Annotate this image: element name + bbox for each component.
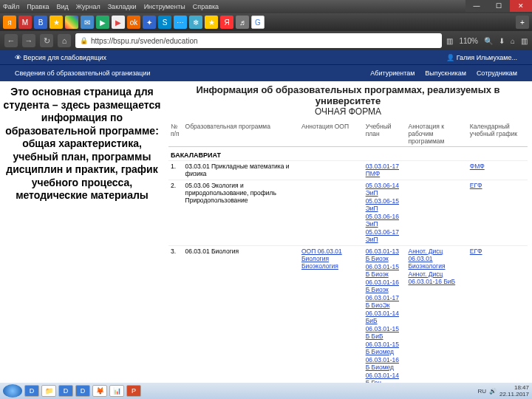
link[interactable]: 05.03.06-16 ЭиП xyxy=(366,213,404,228)
library-icon[interactable]: ▥ xyxy=(521,37,528,45)
menu-file[interactable]: Файл xyxy=(3,3,19,10)
download-icon[interactable]: ⬇ xyxy=(499,37,505,45)
bookmarks-toolbar: я M В ★ ✉ ▶ ▶ ok ✦ S ⋯ ❄ ★ Я ♬ G + xyxy=(0,13,532,31)
reader-icon[interactable]: ▥ xyxy=(446,37,453,45)
tray-lang[interactable]: RU xyxy=(477,388,486,395)
task-item[interactable]: D xyxy=(24,385,39,397)
page-content: Это основная страница для студента – зде… xyxy=(0,81,532,399)
link[interactable]: 06.03.01-16 Б Биомед xyxy=(366,356,404,371)
nav-staff[interactable]: Сотрудникам xyxy=(477,69,517,77)
table-row: 3.06.03.01 БиологияООП 06.03.01 Биология… xyxy=(168,246,528,389)
link[interactable]: ФМФ xyxy=(470,163,525,170)
home-icon[interactable]: ⌂ xyxy=(511,37,515,45)
link[interactable]: 05.03.06-14 ЭиП xyxy=(366,182,404,197)
link[interactable]: 06.03.01-16 Б Биоэк xyxy=(366,279,404,293)
col-header: Учебный план xyxy=(364,121,406,147)
bookmark-icon[interactable]: В xyxy=(34,16,47,29)
bookmark-icon[interactable]: ✦ xyxy=(143,16,156,29)
link[interactable]: 06.03.01-15 Б Биомед xyxy=(366,341,404,355)
nav-applicants[interactable]: Абитуриентам xyxy=(370,69,415,77)
bookmark-icon[interactable]: ❄ xyxy=(189,16,202,29)
link[interactable]: Аннот. Дисц 06.03.01-16 БиБ xyxy=(409,270,466,285)
start-button[interactable] xyxy=(3,384,22,398)
page-title: Информация об образовательных программах… xyxy=(168,84,528,106)
bookmark-icon[interactable]: S xyxy=(158,16,171,29)
bookmark-icon[interactable]: M xyxy=(18,16,32,29)
bookmark-icon[interactable]: ▶ xyxy=(96,16,109,29)
bookmark-icon[interactable]: ok xyxy=(127,16,140,29)
bookmark-icon[interactable]: ★ xyxy=(205,16,218,29)
url-input[interactable]: 🔒 https://bspu.ru/sveden/education xyxy=(75,33,442,48)
home-button[interactable]: ⌂ xyxy=(58,34,71,47)
link[interactable]: ЕГФ xyxy=(470,248,525,255)
windows-taskbar: D 📁 D D 🦊 📊 P RU 🔊 18:47 22.11.2017 xyxy=(0,383,532,399)
menu-edit[interactable]: Правка xyxy=(27,3,49,10)
back-button[interactable]: ← xyxy=(4,34,18,47)
avatar-icon: 👤 xyxy=(446,54,454,61)
search-icon[interactable]: 🔍 xyxy=(484,37,493,45)
group-row: БАКАЛАВРИАТ xyxy=(168,147,528,161)
bookmark-icon[interactable]: ✉ xyxy=(81,16,94,29)
zoom-level[interactable]: 110% xyxy=(459,37,478,45)
eye-icon: 👁 xyxy=(15,54,21,61)
browser-menubar: Файл Правка Вид Журнал Закладки Инструме… xyxy=(0,0,532,13)
tray-time[interactable]: 18:47 xyxy=(499,384,529,391)
nav-about[interactable]: Сведения об образовательной организации xyxy=(15,69,150,77)
bookmark-icon[interactable]: G xyxy=(251,16,265,29)
task-item[interactable]: D xyxy=(58,385,73,397)
link[interactable]: 06.03.01-14 БиБ xyxy=(366,310,404,324)
bookmark-icon[interactable]: ⋯ xyxy=(174,16,187,29)
link[interactable]: 03.03.01-17 ПМФ xyxy=(366,163,404,177)
bookmark-icon[interactable] xyxy=(65,16,78,29)
site-topbar: 👁 Версия для слабовидящих 👤 Галия Ильмух… xyxy=(0,50,532,65)
col-header: Календарный учебный график xyxy=(468,121,528,147)
task-item[interactable]: P xyxy=(126,385,141,397)
menu-tools[interactable]: Инструменты xyxy=(144,3,185,10)
forward-button[interactable]: → xyxy=(22,34,35,47)
tray-date[interactable]: 22.11.2017 xyxy=(499,391,529,398)
link[interactable]: 06.03.01-15 Б БиБ xyxy=(366,325,404,340)
link[interactable]: 05.03.06-15 ЭиП xyxy=(366,197,404,212)
link[interactable]: ЕГФ xyxy=(470,182,525,189)
bookmark-icon[interactable]: ★ xyxy=(50,16,63,29)
annotation-callout: Это основная страница для студента – зде… xyxy=(0,81,164,399)
task-item[interactable]: D xyxy=(75,385,90,397)
col-header: Аннотация к рабочим программам xyxy=(406,121,468,147)
page-subtitle: ОЧНАЯ ФОРМА xyxy=(168,106,528,117)
menu-view[interactable]: Вид xyxy=(57,3,69,10)
new-tab-button[interactable]: + xyxy=(516,16,529,29)
tray-volume-icon[interactable]: 🔊 xyxy=(489,388,497,395)
bookmark-icon[interactable]: ▶ xyxy=(112,16,125,29)
address-bar: ← → ↻ ⌂ 🔒 https://bspu.ru/sveden/educati… xyxy=(0,31,532,50)
task-item[interactable]: 🦊 xyxy=(92,385,107,397)
programs-table: № п/пОбразовательная программаАннотация … xyxy=(168,121,528,389)
minimize-button[interactable]: — xyxy=(466,0,488,12)
window-controls: — ☐ ✕ xyxy=(466,0,532,12)
col-header: Аннотация ООП xyxy=(299,121,364,147)
user-name[interactable]: Галия Ильмухаме... xyxy=(457,54,517,61)
link[interactable]: 06.03.01-17 Б БиоЭк xyxy=(366,294,404,309)
table-row: 1.03.03.01 Прикладные математика и физик… xyxy=(168,161,528,180)
col-header: № п/п xyxy=(168,121,183,147)
task-item[interactable]: 📊 xyxy=(109,385,124,397)
maximize-button[interactable]: ☐ xyxy=(488,0,510,12)
bookmark-icon[interactable]: ♬ xyxy=(236,16,249,29)
lock-icon: 🔒 xyxy=(80,37,88,44)
reload-button[interactable]: ↻ xyxy=(40,34,53,47)
menu-help[interactable]: Справка xyxy=(193,3,219,10)
bookmark-icon[interactable]: я xyxy=(3,16,16,29)
close-button[interactable]: ✕ xyxy=(510,0,532,12)
link[interactable]: 06.03.01-15 Б Биоэк xyxy=(366,263,404,278)
nav-graduates[interactable]: Выпускникам xyxy=(425,69,466,77)
menu-history[interactable]: Журнал xyxy=(76,3,100,10)
table-row: 2.05.03.06 Экология и природопользование… xyxy=(168,180,528,246)
menu-bookmarks[interactable]: Закладки xyxy=(108,3,137,10)
link[interactable]: 06.03.01-13 Б Биоэк xyxy=(366,248,404,262)
link[interactable]: Аннот. Дисц 06.03.01 Биоэкология xyxy=(409,248,466,270)
link[interactable]: ООП 06.03.01 Биология Биоэкология xyxy=(301,248,361,270)
link[interactable]: 05.03.06-17 ЭиП xyxy=(366,228,404,243)
task-item[interactable]: 📁 xyxy=(41,385,56,397)
site-nav: Сведения об образовательной организации … xyxy=(0,65,532,81)
a11y-link[interactable]: Версия для слабовидящих xyxy=(24,54,107,61)
bookmark-icon[interactable]: Я xyxy=(220,16,233,29)
